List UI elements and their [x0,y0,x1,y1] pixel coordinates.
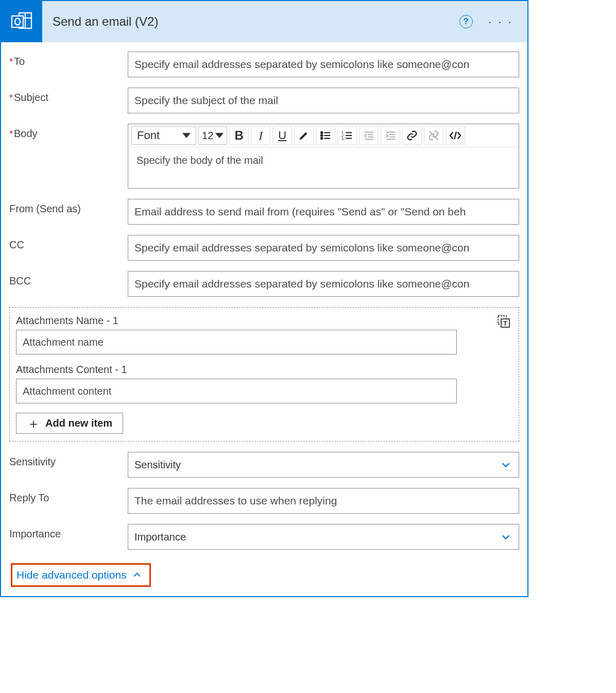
send-email-card: Send an email (V2) ? · · · To Subject Bo… [0,0,528,597]
svg-point-7 [321,134,322,136]
hide-advanced-options-link[interactable]: Hide advanced options [11,563,151,587]
bullet-list-button[interactable] [316,126,335,145]
more-menu-icon[interactable]: · · · [488,14,513,29]
underline-button[interactable]: U [272,126,292,145]
svg-point-9 [321,138,322,139]
body-input[interactable]: Specify the body of the mail [128,147,519,188]
chevron-down-icon [500,459,511,470]
card-header: Send an email (V2) ? · · · [1,1,527,42]
italic-button[interactable]: I [251,126,270,145]
outdent-button[interactable] [359,126,379,145]
from-input[interactable] [128,199,519,225]
importance-select[interactable]: Importance [128,524,519,550]
replyto-input[interactable] [128,488,519,514]
attachment-content-input[interactable] [16,379,457,403]
add-new-item-button[interactable]: ＋ Add new item [16,413,123,434]
help-icon[interactable]: ? [459,15,473,28]
subject-input[interactable] [128,88,519,113]
svg-text:3: 3 [341,137,344,141]
sensitivity-label: Sensitivity [9,452,128,468]
caret-down-icon [182,133,191,138]
attachment-name-input[interactable] [16,330,457,354]
to-input[interactable] [128,52,519,77]
caret-down-icon [215,133,224,138]
from-label: From (Send as) [9,199,128,215]
sensitivity-select[interactable]: Sensitivity [128,452,519,478]
indent-button[interactable] [381,126,400,145]
attachment-name-label: Attachments Name - 1 [16,315,512,327]
svg-text:T: T [503,319,507,327]
chevron-down-icon [500,531,511,543]
font-size-select[interactable]: 12 [198,126,227,145]
svg-line-26 [454,132,456,140]
importance-label: Importance [9,524,128,540]
font-family-select[interactable]: Font [131,126,196,145]
card-title: Send an email (V2) [42,14,459,29]
body-richtext: Font 12 B I U [128,124,519,189]
chevron-up-icon [132,570,142,580]
bcc-input[interactable] [128,271,519,297]
font-color-button[interactable] [294,126,314,145]
number-list-button[interactable]: 1 2 3 [337,126,357,145]
bold-button[interactable]: B [229,126,249,145]
body-toolbar: Font 12 B I U [128,124,519,147]
to-label: To [9,52,128,67]
body-label: Body [9,124,128,140]
svg-point-5 [321,132,322,133]
replyto-label: Reply To [9,488,128,504]
code-view-button[interactable] [446,126,465,145]
outlook-icon [1,1,42,42]
bcc-label: BCC [9,271,128,287]
attachment-content-label: Attachments Content - 1 [16,364,129,376]
unlink-button[interactable] [424,126,443,145]
cc-input[interactable] [128,235,519,261]
link-button[interactable] [402,126,422,145]
attachments-section: T Attachments Name - 1 Attachments Conte… [9,307,519,442]
switch-mode-icon[interactable]: T [497,315,510,331]
subject-label: Subject [9,88,128,104]
cc-label: CC [9,235,128,251]
